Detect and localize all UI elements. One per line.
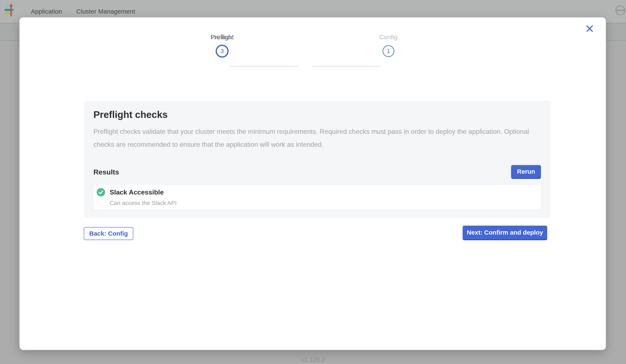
- stepper-connector: [312, 66, 381, 67]
- rerun-button[interactable]: Rerun: [511, 165, 541, 179]
- wizard-stepper: Config 1 Preflight 2 Confirm 3: [181, 33, 430, 67]
- results-heading: Results: [93, 168, 119, 176]
- overflow-menu-button[interactable]: [616, 6, 625, 15]
- preflight-check-row: Slack Accessible Can access the Slack AP…: [93, 185, 541, 210]
- ellipsis-dot: [617, 10, 619, 11]
- step-label: Confirm: [211, 33, 233, 41]
- version-label: v1.125.2: [0, 356, 626, 363]
- check-pass-icon: [97, 188, 105, 197]
- nav-tab-cluster-management[interactable]: Cluster Management: [76, 8, 135, 15]
- step-circle-3: 3: [216, 45, 228, 57]
- step-confirm: Confirm 3: [181, 33, 264, 58]
- step-label: Config: [379, 33, 398, 41]
- nav-tab-application[interactable]: Application: [31, 8, 62, 15]
- app-logo-icon: [3, 3, 15, 18]
- check-detail: Can access the Slack API: [110, 200, 177, 206]
- ellipsis-dot: [620, 10, 621, 11]
- panel-description: Preflight checks validate that your clus…: [93, 125, 529, 151]
- panel-title: Preflight checks: [93, 109, 541, 120]
- next-confirm-deploy-button[interactable]: Next: Confirm and deploy: [463, 226, 547, 240]
- stepper-connector: [229, 66, 298, 67]
- step-circle-1: 1: [383, 45, 394, 57]
- preflight-modal: Config 1 Preflight 2 Confirm 3 Preflight…: [19, 17, 606, 350]
- ellipsis-dot: [622, 10, 624, 11]
- close-icon[interactable]: [586, 25, 594, 33]
- back-config-button[interactable]: Back: Config: [84, 227, 133, 240]
- preflight-panel: Preflight checks Preflight checks valida…: [85, 101, 550, 217]
- check-name: Slack Accessible: [110, 188, 177, 197]
- step-config: Config 1: [347, 33, 430, 58]
